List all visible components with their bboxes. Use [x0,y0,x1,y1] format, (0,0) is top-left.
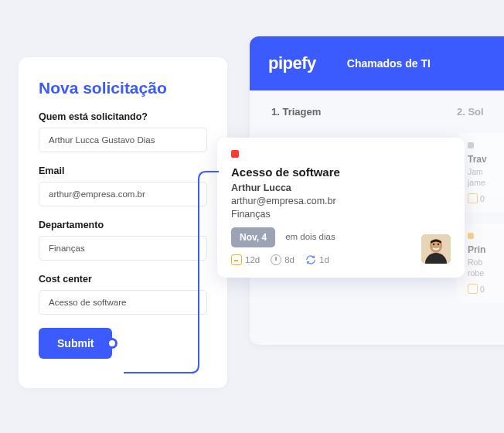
calendar-icon [231,254,242,265]
card-title: Trav [468,154,500,165]
clock-icon [271,254,281,265]
card-meta-row: 12d 8d 1d [231,254,451,265]
card-department: Finanças [231,209,451,220]
card-text: jame [468,178,500,187]
email-input[interactable] [39,182,207,206]
svg-point-4 [433,244,434,245]
kanban-header: pipefy Chamados de TI [250,36,504,90]
request-form-panel: Nova solicitação Quem está solicitando? … [19,57,227,388]
costcenter-input[interactable] [39,290,207,315]
avatar [421,234,451,264]
requester-label: Quem está solicitando? [39,111,207,122]
date-text: em dois dias [285,232,335,243]
submit-label: Submit [57,337,94,349]
card-text: Jam [468,167,500,176]
meta-clock: 8d [271,254,295,265]
card-text: robe [468,268,500,278]
refresh-icon [305,254,316,265]
email-label: Email [39,165,207,176]
department-input[interactable] [39,236,207,261]
svg-point-5 [438,244,439,245]
department-label: Departamento [39,220,207,230]
connector-dot-icon [107,338,117,349]
card-name: Arthur Lucca [231,182,451,193]
board-title: Chamados de TI [347,57,431,70]
card-title: Prin [468,244,500,255]
pipefy-logo: pipefy [268,53,316,73]
card-meta: 0 [468,284,500,294]
meta-refresh: 1d [305,254,329,265]
column-title-1: 1. Triagem [271,106,434,118]
card-text: Rob [468,257,500,267]
calendar-icon [468,284,478,294]
status-dot-icon [468,233,474,239]
column-title-2: 2. Sol [457,106,504,118]
status-dot-icon [231,150,239,158]
form-title: Nova solicitação [39,79,207,97]
card-title: Acesso de software [231,165,451,179]
card-meta: 0 [468,193,500,203]
costcenter-label: Cost center [39,274,207,285]
meta-age: 12d [231,254,260,265]
date-badge: Nov, 4 [231,227,275,247]
requester-input[interactable] [39,128,207,152]
card-date-row: Nov, 4 em dois dias [231,227,451,247]
status-dot-icon [468,142,474,148]
calendar-icon [468,193,478,203]
card-email: arthur@empresa.com.br [231,196,451,206]
submit-button[interactable]: Submit [39,328,112,359]
kanban-card-main[interactable]: Acesso de software Arthur Lucca arthur@e… [217,138,465,278]
